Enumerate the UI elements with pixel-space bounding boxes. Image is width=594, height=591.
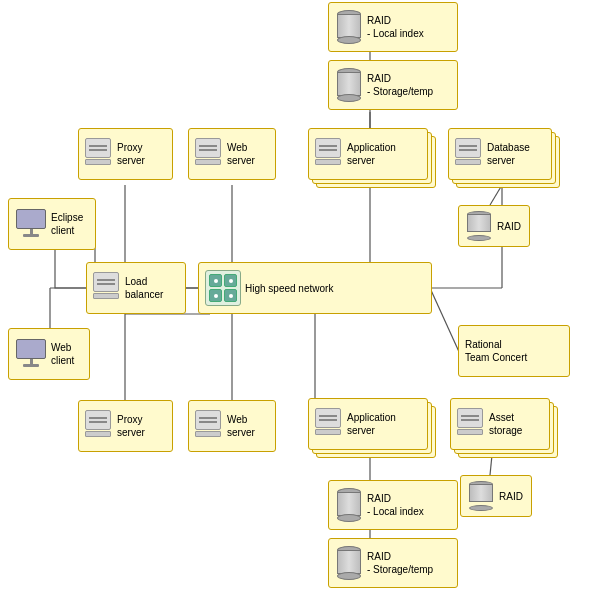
- asset-storage-icon: [457, 408, 485, 440]
- eclipse-client-label: Eclipse client: [51, 211, 83, 237]
- raid-local-top-label: RAID - Local index: [367, 14, 424, 40]
- svg-line-9: [490, 185, 502, 205]
- svg-line-18: [430, 288, 460, 354]
- network-icon: [205, 270, 241, 306]
- app-server-top-box: Application server: [308, 128, 428, 180]
- proxy-server-bot-label: Proxy server: [117, 413, 145, 439]
- raid-local-bot-icon: [335, 488, 363, 522]
- raid-local-bot-label: RAID - Local index: [367, 492, 424, 518]
- diagram: RAID - Local index RAID - Storage/temp A…: [0, 0, 594, 591]
- app-server-bot-label: Application server: [347, 411, 396, 437]
- db-server-box: Database server: [448, 128, 552, 180]
- raid-db-label: RAID: [497, 220, 521, 233]
- raid-storage-top-box: RAID - Storage/temp: [328, 60, 458, 110]
- web-server-top-icon: [195, 138, 223, 170]
- app-server-top-icon: [315, 138, 343, 170]
- app-server-top-label: Application server: [347, 141, 396, 167]
- high-speed-network-box: High speed network: [198, 262, 432, 314]
- raid-asset-box: RAID: [460, 475, 532, 517]
- web-server-top-label: Web server: [227, 141, 255, 167]
- web-server-top-box: Web server: [188, 128, 276, 180]
- raid-local-bot-box: RAID - Local index: [328, 480, 458, 530]
- eclipse-client-box: Eclipse client: [8, 198, 96, 250]
- app-server-bot-box: Application server: [308, 398, 428, 450]
- app-server-bot-icon: [315, 408, 343, 440]
- raid-storage-bot-label: RAID - Storage/temp: [367, 550, 433, 576]
- proxy-server-top-label: Proxy server: [117, 141, 145, 167]
- proxy-server-top-box: Proxy server: [78, 128, 173, 180]
- eclipse-client-icon: [15, 209, 47, 239]
- web-server-bot-label: Web server: [227, 413, 255, 439]
- high-speed-network-label: High speed network: [245, 282, 333, 295]
- rational-tc-box: Rational Team Concert: [458, 325, 570, 377]
- web-client-box: Web client: [8, 328, 90, 380]
- web-server-bot-box: Web server: [188, 400, 276, 452]
- raid-db-box: RAID: [458, 205, 530, 247]
- raid-storage-bot-icon: [335, 546, 363, 580]
- raid-local-top-box: RAID - Local index: [328, 2, 458, 52]
- raid-db-icon: [465, 211, 493, 241]
- raid-local-top-icon: [335, 10, 363, 44]
- proxy-server-bot-box: Proxy server: [78, 400, 173, 452]
- asset-storage-label: Asset storage: [489, 411, 522, 437]
- web-client-icon: [15, 339, 47, 369]
- app-server-bot-stack: Application server: [308, 398, 436, 460]
- db-server-icon: [455, 138, 483, 170]
- raid-storage-top-label: RAID - Storage/temp: [367, 72, 433, 98]
- raid-asset-icon: [467, 481, 495, 511]
- raid-storage-bot-box: RAID - Storage/temp: [328, 538, 458, 588]
- proxy-server-bot-icon: [85, 410, 113, 442]
- load-balancer-label: Load balancer: [125, 275, 163, 301]
- proxy-server-top-icon: [85, 138, 113, 170]
- web-client-label: Web client: [51, 341, 74, 367]
- db-server-label: Database server: [487, 141, 530, 167]
- load-balancer-box: Load balancer: [86, 262, 186, 314]
- db-server-stack: Database server: [448, 128, 560, 188]
- web-server-bot-icon: [195, 410, 223, 442]
- rational-tc-label: Rational Team Concert: [465, 338, 527, 364]
- raid-storage-top-icon: [335, 68, 363, 102]
- asset-storage-stack: Asset storage: [450, 398, 558, 460]
- app-server-top-stack: Application server: [308, 128, 436, 188]
- asset-storage-box: Asset storage: [450, 398, 550, 450]
- load-balancer-icon: [93, 272, 121, 304]
- raid-asset-label: RAID: [499, 490, 523, 503]
